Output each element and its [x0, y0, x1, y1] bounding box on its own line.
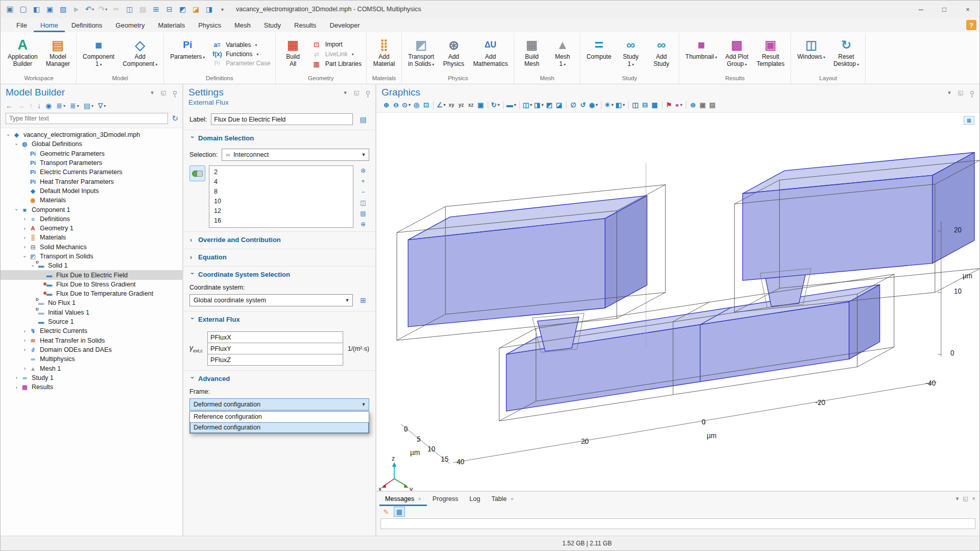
- tree-item[interactable]: PiHeat Transfer Parameters: [1, 177, 182, 186]
- undo-icon[interactable]: ↶▾: [83, 3, 96, 16]
- save-icon[interactable]: ▣: [43, 3, 56, 16]
- domain-list-item[interactable]: 16: [209, 216, 353, 226]
- cut-icon[interactable]: ✂: [110, 3, 123, 16]
- tab-progress[interactable]: Progress: [427, 492, 464, 506]
- create-selection-icon[interactable]: ⊛: [358, 166, 368, 175]
- menu-item-physics[interactable]: Physics: [192, 18, 228, 32]
- build-all-button[interactable]: ▦Build All: [278, 34, 308, 74]
- tree-item[interactable]: ›▬DSolid 1: [1, 261, 182, 270]
- expander-closed-icon[interactable]: ›: [13, 385, 20, 390]
- redo-icon[interactable]: ↷▾: [97, 3, 109, 16]
- tab-messages[interactable]: Messages×: [379, 492, 427, 506]
- expander-closed-icon[interactable]: ›: [21, 328, 29, 334]
- plot-appearance-icon[interactable]: ▬▾: [506, 100, 517, 110]
- toolbar-more-icon[interactable]: ▾: [216, 3, 229, 16]
- frame-combobox[interactable]: Deformed configuration ▼: [189, 398, 369, 411]
- paste-icon[interactable]: ▤: [136, 3, 149, 16]
- camera-projection-icon[interactable]: ▣: [476, 100, 486, 110]
- selection-colors-icon[interactable]: ⚑: [664, 100, 674, 110]
- tree-item[interactable]: ▬Flux Due to Temperature Gradient: [1, 289, 182, 298]
- functions-button[interactable]: f(x)Functions▾: [211, 51, 270, 58]
- plot-settings-icon[interactable]: ▦: [964, 116, 974, 125]
- windows-button[interactable]: ◫Windows▾: [794, 34, 829, 74]
- copy-selection-icon[interactable]: ◫: [358, 198, 368, 207]
- domain-list-item[interactable]: 8: [209, 187, 353, 197]
- open-file-icon[interactable]: ◧: [30, 3, 43, 16]
- import-button[interactable]: ⊡Import: [311, 41, 362, 49]
- filter-funnel-icon[interactable]: ∇▾: [98, 102, 106, 110]
- remove-selection-icon[interactable]: −: [358, 187, 368, 196]
- tree-item[interactable]: ›▦Results: [1, 382, 182, 392]
- label-input[interactable]: [211, 113, 353, 125]
- view-yz-icon[interactable]: yz: [457, 100, 466, 110]
- tree-item[interactable]: ›■Component 1: [1, 205, 182, 214]
- parameter-case-button[interactable]: PiParameter Case: [211, 60, 270, 67]
- result-templates-button[interactable]: ▣Result Templates: [753, 34, 788, 74]
- expander-open-icon[interactable]: ›: [13, 141, 20, 147]
- tree-item[interactable]: ◉Materials: [1, 196, 182, 205]
- move-down-icon[interactable]: ↓: [37, 102, 41, 110]
- graphics-3d-view[interactable]: 20µm100-40-200µm200510µm1540 xyz ▦: [376, 112, 979, 491]
- frame-option[interactable]: Reference configuration: [190, 412, 369, 422]
- close-icon[interactable]: ×: [510, 496, 513, 502]
- close-icon[interactable]: ×: [972, 495, 975, 502]
- snapshot-icon[interactable]: ▣: [698, 100, 708, 110]
- reset-desktop-button[interactable]: ↻Reset Desktop▾: [830, 34, 863, 74]
- tree-item[interactable]: ›⣿Materials: [1, 233, 182, 242]
- copy-icon[interactable]: ◫: [123, 3, 136, 16]
- expander-closed-icon[interactable]: ›: [21, 244, 29, 250]
- expander-closed-icon[interactable]: ›: [21, 347, 29, 352]
- maximize-button[interactable]: □: [933, 1, 956, 18]
- tree-item[interactable]: ›∞Study 1: [1, 373, 182, 382]
- collapse-all-icon[interactable]: ≣▾: [56, 102, 65, 110]
- material-rendering-icon[interactable]: ◫▾: [522, 100, 533, 110]
- section-domain-selection[interactable]: › Domain Selection: [183, 130, 375, 146]
- show-icon[interactable]: ◉: [45, 102, 52, 110]
- split-vertical-icon[interactable]: ⊟: [640, 100, 650, 110]
- pin-icon[interactable]: [171, 89, 178, 96]
- zoom-selected-icon[interactable]: ⊙▾: [401, 100, 412, 110]
- view-hidden-icon[interactable]: ◉▾: [588, 100, 599, 110]
- view-orientation-icon[interactable]: ∠▾: [436, 100, 447, 110]
- delete-icon[interactable]: ⊟: [163, 3, 176, 16]
- expand-all-icon[interactable]: ≣▾: [70, 102, 79, 110]
- panel-menu-icon[interactable]: ▾: [149, 89, 156, 96]
- tree-item[interactable]: PiTransport Parameters: [1, 158, 182, 167]
- float-panel-icon[interactable]: ◱: [160, 89, 167, 96]
- add-mathematics-button[interactable]: ΔUAdd Mathematics: [469, 34, 511, 74]
- expander-open-icon[interactable]: ›: [21, 254, 29, 259]
- add-physics-button[interactable]: ⊛Add Physics: [439, 34, 468, 74]
- save-as-icon[interactable]: ▨: [57, 3, 69, 16]
- float-panel-icon[interactable]: ◱: [957, 89, 964, 96]
- section-coordinate-system[interactable]: › Coordinate System Selection: [183, 266, 375, 282]
- deselect-entities-icon[interactable]: ◪: [554, 100, 564, 110]
- environment-icon[interactable]: ◧▾: [614, 100, 626, 110]
- add-plot-group-button[interactable]: ▩Add Plot Group▾: [722, 34, 752, 74]
- domain-list-item[interactable]: 4: [209, 177, 353, 187]
- tree-item[interactable]: ›▲Mesh 1: [1, 364, 182, 373]
- refresh-icon[interactable]: ↻: [172, 114, 178, 123]
- panel-menu-icon[interactable]: ▾: [946, 89, 953, 96]
- menu-item-results[interactable]: Results: [288, 18, 323, 32]
- zoom-extents-icon[interactable]: ⊡: [421, 100, 431, 110]
- zoom-to-selection-icon[interactable]: ⊕: [358, 220, 368, 228]
- component-1-button[interactable]: ■Component 1▾: [79, 34, 118, 74]
- snap-grid-icon[interactable]: ▦: [650, 100, 660, 110]
- color-palette-icon[interactable]: ●▾: [674, 100, 684, 110]
- expander-closed-icon[interactable]: ›: [21, 235, 29, 241]
- part-libraries-button[interactable]: ▥Part Libraries: [311, 60, 362, 68]
- tree-item[interactable]: ›◍Global Definitions: [1, 139, 182, 149]
- model-tree-options-icon[interactable]: ▤▾: [84, 102, 93, 110]
- tree-item[interactable]: ▬Source 1: [1, 317, 182, 326]
- parameters-button[interactable]: PiParameters▾: [166, 34, 208, 74]
- reset-hiding-icon[interactable]: ↺: [578, 100, 588, 110]
- domain-list-item[interactable]: 12: [209, 206, 353, 216]
- run-icon[interactable]: ▶: [70, 3, 83, 16]
- tree-item[interactable]: PiElectric Currents Parameters: [1, 167, 182, 177]
- section-external-flux[interactable]: › External Flux: [183, 311, 375, 327]
- expander-closed-icon[interactable]: ›: [13, 375, 20, 380]
- print-icon[interactable]: ▤: [708, 100, 718, 110]
- paste-selection-icon[interactable]: ▤: [358, 209, 368, 218]
- pin-icon[interactable]: [364, 89, 371, 96]
- filter-input[interactable]: [6, 113, 168, 124]
